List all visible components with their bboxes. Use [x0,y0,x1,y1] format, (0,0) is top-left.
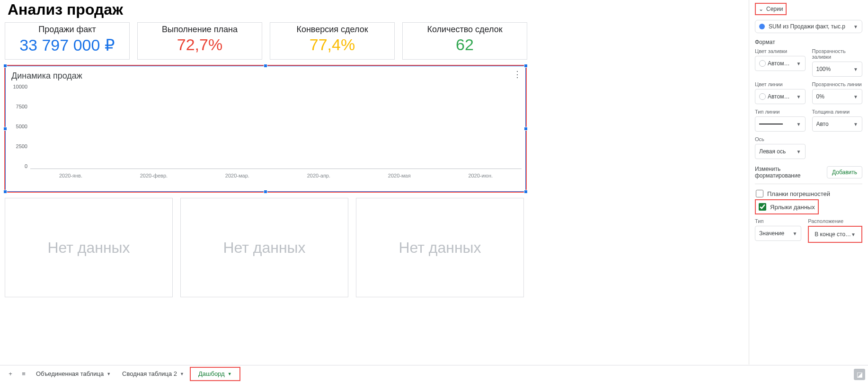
line-color-dropdown[interactable]: Автом…▼ [755,89,806,104]
caret-down-icon: ▼ [853,24,858,29]
kpi-value: 33 797 000 ₽ [9,36,125,54]
empty-charts-row: Нет данных Нет данных Нет данных [5,198,744,297]
resize-handle[interactable] [524,127,528,131]
empty-chart-placeholder[interactable]: Нет данных [180,198,348,297]
sheet-tab-dashboard[interactable]: Дашборд▼ [193,365,238,382]
kpi-card-sales-fact: Продажи факт 33 797 000 ₽ [5,22,130,60]
add-format-button[interactable]: Добавить [827,166,862,178]
change-formatting-label: Изменить форматирование [755,166,827,179]
fill-opacity-label: Прозрачность заливки [812,48,863,60]
add-sheet-button[interactable]: + [4,367,17,381]
all-sheets-button[interactable]: ≡ [17,367,30,381]
kpi-row: Продажи факт 33 797 000 ₽ Выполнение пла… [5,22,744,60]
kpi-card-deal-count: Количество сделок 62 [402,22,527,60]
kpi-value: 62 [407,36,523,54]
data-labels-checkbox[interactable] [759,203,766,211]
fill-color-dropdown[interactable]: Автом…▼ [755,56,806,71]
resize-handle[interactable] [3,127,7,131]
sheet-tab-pivot-table-2[interactable]: Сводная таблица 2▼ [116,365,190,382]
kpi-value: 77,4% [274,36,390,54]
empty-chart-placeholder[interactable]: Нет данных [5,198,173,297]
kpi-card-plan-completion: Выполнение плана 72,7% [137,22,262,60]
sheet-tab-merged-table[interactable]: Объединенная таблица▼ [30,365,116,382]
fill-opacity-dropdown[interactable]: 100%▼ [812,62,863,77]
page-title: Анализ продаж [8,1,744,18]
data-labels-checkbox-row[interactable]: Ярлыки данных [758,201,816,213]
label-type-dropdown[interactable]: Значение▼ [755,226,801,241]
line-type-label: Тип линии [755,109,806,115]
chart-title: Динамика продаж [6,66,525,82]
chart-x-axis: 2020-янв. 2020-февр. 2020-мар. 2020-апр.… [30,173,522,178]
series-section-header[interactable]: ⌄ Серии [755,3,787,15]
axis-dropdown[interactable]: Левая ось▼ [755,144,806,159]
series-selector[interactable]: SUM из Продажи факт, тыс.р ▼ [755,20,862,33]
resize-handle[interactable] [264,190,267,194]
line-opacity-label: Прозрачность линии [812,81,863,87]
resize-handle[interactable] [264,64,267,68]
kpi-label: Конверсия сделок [274,25,390,35]
kpi-value: 72,7% [142,36,258,54]
empty-chart-placeholder[interactable]: Нет данных [356,198,524,297]
chart-menu-icon[interactable]: ⋮ [513,69,522,80]
chart-plot-area: 279081358760495715757580 2020-янв. 2020-… [30,82,522,178]
chevron-down-icon: ⌄ [759,6,763,12]
resize-handle[interactable] [524,64,528,68]
line-color-label: Цвет линии [755,81,806,87]
series-color-dot [759,24,765,29]
kpi-label: Выполнение плана [142,25,258,35]
sheet-tab-bar: + ≡ Объединенная таблица▼ Сводная таблиц… [0,365,868,382]
line-weight-dropdown[interactable]: Авто▼ [812,116,863,132]
resize-handle[interactable] [3,190,7,194]
error-bars-checkbox-row[interactable]: Планки погрешностей [755,188,862,199]
line-weight-label: Толщина линии [812,109,863,115]
format-heading: Формат [755,39,862,45]
error-bars-checkbox[interactable] [756,190,763,197]
kpi-label: Количество сделок [407,25,523,35]
label-type-label: Тип [755,218,801,224]
label-position-label: Расположение [808,218,862,224]
resize-handle[interactable] [524,190,528,194]
chart-y-axis: 10000 7500 5000 2500 0 [9,82,30,178]
chart-editor-sidebar: ⌄ Серии SUM из Продажи факт, тыс.р ▼ Фор… [749,0,868,364]
axis-label: Ось [755,136,806,142]
kpi-card-conversion: Конверсия сделок 77,4% [270,22,395,60]
fill-color-label: Цвет заливки [755,48,806,54]
label-position-dropdown[interactable]: В конце сто…▼ [811,228,859,241]
line-opacity-dropdown[interactable]: 0%▼ [812,89,863,104]
line-type-dropdown[interactable]: ▼ [755,116,806,132]
chart-card-sales-dynamics[interactable]: Динамика продаж ⋮ 10000 7500 5000 2500 0… [5,65,526,192]
kpi-label: Продажи факт [9,25,125,35]
explore-button[interactable]: ◪ [854,369,865,380]
resize-handle[interactable] [3,64,7,68]
